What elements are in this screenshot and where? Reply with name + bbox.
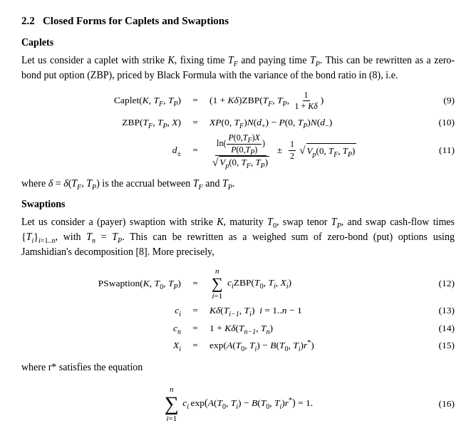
eq-num-12: (12) bbox=[439, 276, 455, 291]
caplets-subsection: Caplets Let us consider a caplet with st… bbox=[21, 35, 455, 83]
section-title-text: Closed Forms for Caplets and Swaptions bbox=[43, 15, 229, 26]
section-header: 2.2 Closed Forms for Caplets and Swaptio… bbox=[21, 13, 455, 29]
equation-9: Caplet(K, TF, TP) = (1 + Kδ)ZBP(TF, TP, … bbox=[21, 90, 455, 113]
equation-11: d± = ln(P(0,TF)XP(0,TP)) √ Vp(0, TF, TP)… bbox=[21, 132, 455, 169]
eq-num-16: (16) bbox=[439, 397, 455, 411]
caplets-label: Caplets bbox=[21, 35, 455, 50]
swaptions-label: Swaptions bbox=[21, 197, 455, 212]
caplets-intro: Let us consider a caplet with strike K, … bbox=[21, 53, 455, 83]
eq-num-9: (9) bbox=[443, 93, 455, 108]
eq-num-15: (15) bbox=[439, 338, 455, 353]
eq-num-11: (11) bbox=[439, 143, 455, 157]
equation-16-block: n ∑ i=1 ci exp(A(T0, Ti) − B(T0, Ti)r*) … bbox=[21, 385, 455, 423]
equations-caplets: Caplet(K, TF, TP) = (1 + Kδ)ZBP(TF, TP, … bbox=[21, 90, 455, 170]
eq-num-13: (13) bbox=[439, 303, 455, 318]
swaptions-subsection: Swaptions Let us consider a (payer) swap… bbox=[21, 197, 455, 259]
where-rstar: where r* satisfies the equation bbox=[21, 360, 455, 375]
eq-num-10: (10) bbox=[439, 115, 455, 130]
section-number: 2.2 bbox=[21, 15, 35, 26]
equation-15: Xi = exp(A(T0, Ti) − B(T0, Ti)r*) (15) bbox=[21, 338, 455, 353]
equation-14: cn = 1 + Kδ(Tn−1, Tn) (14) bbox=[21, 321, 455, 335]
eq-num-14: (14) bbox=[439, 321, 455, 335]
swaptions-intro: Let us consider a (payer) swaption with … bbox=[21, 214, 455, 259]
equation-12: PSwaption(K, T0, TP) = n ∑ i=1 ciZBP(T0,… bbox=[21, 266, 455, 301]
equations-swaptions: PSwaption(K, T0, TP) = n ∑ i=1 ciZBP(T0,… bbox=[21, 266, 455, 353]
equation-10: ZBP(TF, TP, X) = XP(0, TF)N(d+) − P(0, T… bbox=[21, 115, 455, 130]
equation-13: ci = Kδ(Ti−1, Ti) i = 1..n − 1 (13) bbox=[21, 303, 455, 318]
where-delta: where δ = δ(TF, TP) is the accrual betwe… bbox=[21, 176, 455, 191]
